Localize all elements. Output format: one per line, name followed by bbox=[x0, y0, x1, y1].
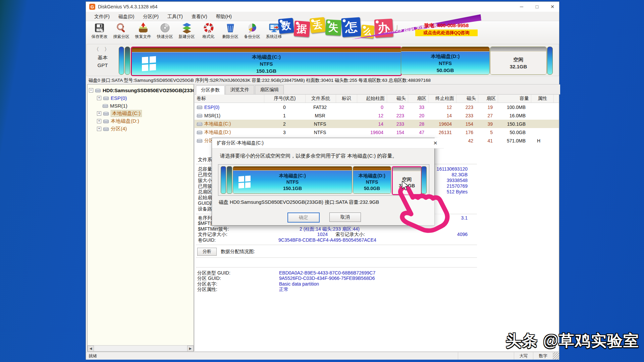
expand-icon[interactable]: + bbox=[97, 119, 101, 123]
menu-item-0[interactable]: 文件(F) bbox=[90, 12, 114, 21]
app-logo-icon: G bbox=[89, 4, 95, 10]
cell-2-10: 150.1GB bbox=[495, 120, 528, 128]
cell-2-1: 2 bbox=[264, 120, 305, 128]
dialog-partition-d[interactable]: 本地磁盘(D:)NTFS50.0GB bbox=[353, 166, 391, 194]
header-1[interactable]: 序号(状态) bbox=[264, 95, 306, 103]
cell-0-2: FAT32 bbox=[305, 103, 335, 111]
tree-item-3[interactable]: +本地磁盘(D:) bbox=[96, 117, 194, 125]
header-3[interactable]: 标识 bbox=[336, 95, 357, 103]
watermark: 头条 @草鸡实验室 bbox=[506, 330, 639, 351]
toolbar-recover-button[interactable]: 恢复文件 bbox=[132, 21, 154, 40]
analyze-button[interactable]: 分析 bbox=[197, 248, 217, 256]
menu-item-5[interactable]: 帮助(H) bbox=[212, 12, 236, 21]
ok-button[interactable]: 确定 bbox=[287, 213, 320, 223]
disk-icon bbox=[103, 112, 109, 116]
cell-2-7: 19604 bbox=[426, 120, 454, 128]
toolbar-quick-partition-button[interactable]: 快速分区 bbox=[154, 21, 176, 40]
toolbar-backup-button[interactable]: 备份分区 bbox=[241, 21, 263, 40]
search-icon bbox=[116, 22, 127, 34]
esp-partition-bar[interactable] bbox=[119, 47, 124, 75]
menu-item-2[interactable]: 分区(P) bbox=[139, 12, 163, 21]
collapse-icon[interactable]: − bbox=[89, 88, 93, 93]
header-2[interactable]: 文件系统 bbox=[306, 95, 336, 103]
partition-name: 空闲 bbox=[514, 56, 524, 63]
desktop: G DiskGenius V5.4.3.1328 x64 ─ □ ✕ 文件(F)… bbox=[0, 0, 644, 362]
tree-root-disk[interactable]: −HD0:SamsungSSD850EVO250GB(233GB) bbox=[88, 86, 194, 94]
disk-nav-arrows[interactable]: 〈 〉 bbox=[88, 46, 118, 53]
header-7[interactable]: 终止柱面 bbox=[429, 95, 457, 103]
row-name: ESP(0) bbox=[195, 103, 264, 111]
header-9[interactable]: 扇区 bbox=[478, 95, 498, 103]
header-5[interactable]: 磁头 bbox=[387, 95, 408, 103]
status-num: 数字 bbox=[533, 352, 553, 360]
partition-free[interactable]: 空闲32.1GB bbox=[490, 47, 547, 75]
ad-banner[interactable]: 数据丢失怎么办! DiskGenius 团队为您服务 致电: 400-008-9… bbox=[277, 16, 478, 40]
menu-item-1[interactable]: 磁盘(D) bbox=[114, 12, 139, 21]
format-icon bbox=[203, 22, 214, 34]
header-10[interactable]: 容量 bbox=[498, 95, 531, 103]
disk-layout-panel: 〈 〉 基本 GPT 本地磁盘(C:)NTFS150.1GB本地磁盘(D:)NT… bbox=[87, 44, 559, 76]
msr-partition-bar[interactable] bbox=[125, 47, 130, 75]
tree-scrollbar[interactable]: ◀ ▶ bbox=[88, 345, 194, 351]
tree-item-0[interactable]: +ESP(0) bbox=[96, 94, 194, 102]
scroll-right-icon[interactable]: ▶ bbox=[187, 346, 194, 352]
tree-item-2[interactable]: +本地磁盘(C:) bbox=[96, 110, 194, 117]
disk-nav-bar[interactable] bbox=[547, 47, 553, 75]
cell-3-3 bbox=[335, 128, 356, 136]
header-11[interactable]: 属性 bbox=[531, 95, 554, 103]
resize-grip[interactable] bbox=[553, 352, 559, 360]
partition-d[interactable]: 本地磁盘(D:)NTFS50.0GB bbox=[401, 47, 490, 75]
partition-c[interactable]: 本地磁盘(C:)NTFS150.1GB bbox=[131, 47, 402, 76]
table-row-0[interactable]: ESP(0)0FAT32032331222319100.0MB bbox=[195, 103, 559, 111]
toolbar-search-button[interactable]: 搜索分区 bbox=[110, 21, 132, 40]
dialog-esp-bar[interactable] bbox=[221, 166, 226, 194]
header-4[interactable]: 起始柱面 bbox=[357, 95, 387, 103]
tab-2[interactable]: 扇区编辑 bbox=[255, 85, 284, 94]
cell-2-6: 28 bbox=[406, 120, 426, 128]
toolbar-format-button[interactable]: 格式化 bbox=[198, 21, 219, 40]
cancel-button[interactable]: 取消 bbox=[329, 213, 361, 222]
dialog-partition-c[interactable]: 本地磁盘(C:)NTFS150.1GB bbox=[233, 166, 352, 194]
toolbar-delete-button[interactable]: 删除分区 bbox=[219, 21, 241, 40]
cell-3-9: 5 bbox=[475, 128, 495, 136]
minimize-button[interactable]: ─ bbox=[518, 4, 525, 9]
expand-icon[interactable]: + bbox=[97, 96, 101, 100]
tree-item-1[interactable]: MSR(1) bbox=[96, 102, 194, 110]
close-button[interactable]: ✕ bbox=[549, 4, 556, 9]
partition-fs: NTFS bbox=[286, 179, 299, 185]
maximize-button[interactable]: □ bbox=[534, 4, 540, 9]
scroll-left-icon[interactable]: ◀ bbox=[88, 346, 94, 352]
dialog-title-bar: 扩容分区-本地磁盘(C:) ✕ bbox=[212, 138, 444, 148]
table-row-1[interactable]: MSR(1)1MSR1222320142332716.0MB bbox=[195, 111, 559, 120]
expand-icon[interactable]: + bbox=[97, 127, 101, 131]
tab-0[interactable]: 分区参数 bbox=[196, 85, 225, 95]
cell-3-2: NTFS bbox=[305, 128, 335, 136]
ad-qq-link[interactable]: 或点击此处选择QQ咨询 bbox=[415, 29, 478, 36]
table-row-3[interactable]: 本地磁盘(D:)3NTFS196041544726131176550.0GB bbox=[195, 128, 559, 136]
dialog-title: 扩容分区-本地磁盘(C:) bbox=[217, 140, 264, 146]
disk-icon bbox=[197, 122, 203, 126]
header-6[interactable]: 扇区 bbox=[408, 95, 429, 103]
menu-item-4[interactable]: 查看(V) bbox=[187, 12, 212, 21]
window-title: DiskGenius V5.4.3.1328 x64 bbox=[98, 4, 157, 9]
guid-label-1: 分区 GUID: bbox=[197, 276, 221, 282]
tab-1[interactable]: 浏览文件 bbox=[225, 85, 254, 94]
table-row-2[interactable]: 本地磁盘(C:)2NTFS14233281960415439150.1GB bbox=[195, 120, 559, 128]
cell-0-9: 19 bbox=[475, 103, 495, 111]
menu-item-3[interactable]: 工具(T) bbox=[163, 12, 187, 21]
ad-tile-2: 丢 bbox=[310, 17, 326, 33]
tree-item-label: 分区(4) bbox=[111, 126, 127, 132]
mouse-cursor-icon bbox=[401, 181, 409, 191]
allocation-map-label: 数据分配情况图: bbox=[221, 249, 255, 255]
toolbar-new-partition-button[interactable]: 新建分区 bbox=[176, 21, 198, 40]
tree-item-4[interactable]: +分区(4) bbox=[96, 125, 194, 133]
dialog-close-icon[interactable]: ✕ bbox=[432, 140, 439, 146]
cell-2-5: 233 bbox=[385, 120, 406, 128]
detail-tabs: 分区参数浏览文件扇区编辑 bbox=[195, 84, 560, 95]
dialog-msr-bar[interactable] bbox=[227, 166, 232, 194]
header-8[interactable]: 磁头 bbox=[457, 95, 478, 103]
header-0[interactable]: 卷标 bbox=[195, 95, 264, 103]
cell-1-1: 1 bbox=[264, 111, 305, 120]
expand-icon[interactable]: + bbox=[97, 111, 101, 116]
toolbar-save-button[interactable]: 保存更改 bbox=[89, 21, 110, 40]
